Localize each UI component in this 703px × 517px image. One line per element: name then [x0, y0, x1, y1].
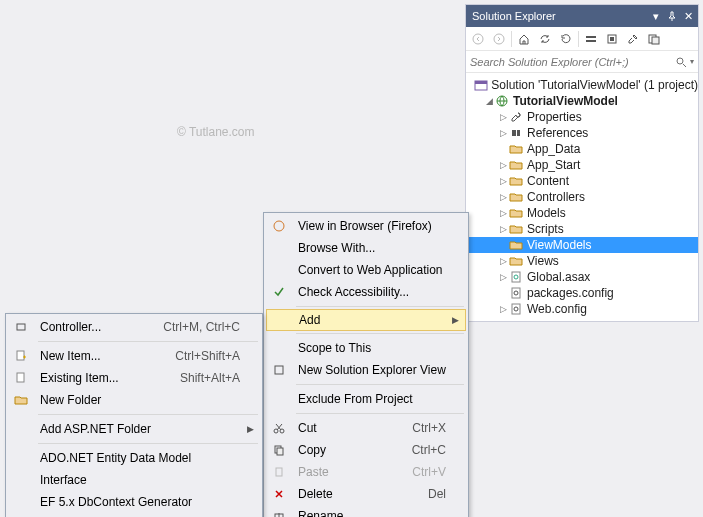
tree-label: ViewModels [527, 237, 591, 253]
folder-icon [508, 254, 524, 268]
menu-rename[interactable]: Rename [266, 505, 466, 517]
tree-item-scripts[interactable]: ▷Scripts [466, 221, 698, 237]
config-icon [508, 302, 524, 316]
menu-separator [296, 384, 464, 385]
search-icon[interactable] [675, 56, 687, 68]
tree-item-packages[interactable]: packages.config [466, 285, 698, 301]
solution-label: Solution 'TutorialViewModel' (1 project) [491, 77, 698, 93]
svg-rect-14 [512, 272, 520, 282]
tree-label: App_Start [527, 157, 580, 173]
watermark-text: © Tutlane.com [177, 125, 255, 139]
menu-add-asp-folder[interactable]: Add ASP.NET Folder▶ [8, 418, 260, 440]
tree-item-properties[interactable]: ▷Properties [466, 109, 698, 125]
svg-rect-25 [277, 448, 283, 455]
submenu-arrow-icon: ▶ [247, 424, 254, 434]
copy-icon [266, 444, 292, 456]
sync-icon[interactable] [535, 29, 555, 49]
menu-existing-item[interactable]: Existing Item...Shift+Alt+A [8, 367, 260, 389]
menu-add[interactable]: Add▶ [266, 309, 466, 331]
tree-label: Scripts [527, 221, 564, 237]
search-box[interactable]: ▾ [466, 51, 698, 73]
menu-convert[interactable]: Convert to Web Application [266, 259, 466, 281]
cut-icon [266, 422, 292, 434]
svg-rect-7 [652, 37, 659, 44]
menu-view-in-browser[interactable]: View in Browser (Firefox) [266, 215, 466, 237]
menu-separator [296, 333, 464, 334]
svg-rect-29 [17, 351, 24, 360]
menu-exclude[interactable]: Exclude From Project [266, 388, 466, 410]
menu-controller[interactable]: Controller...Ctrl+M, Ctrl+C [8, 316, 260, 338]
svg-rect-30 [17, 373, 24, 382]
home-icon[interactable] [514, 29, 534, 49]
project-icon [494, 94, 510, 108]
panel-header: Solution Explorer ▾ ✕ [466, 5, 698, 27]
tree-label: Properties [527, 109, 582, 125]
svg-rect-10 [475, 81, 487, 84]
menu-new-sln-view[interactable]: New Solution Explorer View [266, 359, 466, 381]
tree-label: Views [527, 253, 559, 269]
svg-point-20 [274, 221, 284, 231]
svg-rect-21 [275, 366, 283, 374]
tree-item-models[interactable]: ▷Models [466, 205, 698, 221]
menu-browse-with[interactable]: Browse With... [266, 237, 466, 259]
svg-rect-3 [586, 40, 596, 42]
tree-label: Global.asax [527, 269, 590, 285]
svg-rect-12 [512, 130, 516, 136]
panel-toolbar [466, 27, 698, 51]
tree-label: Web.config [527, 301, 587, 317]
folder-icon [508, 222, 524, 236]
folder-icon [508, 206, 524, 220]
menu-adonet[interactable]: ADO.NET Entity Data Model [8, 447, 260, 469]
preview-icon[interactable] [644, 29, 664, 49]
menu-scope[interactable]: Scope to This [266, 337, 466, 359]
menu-separator [296, 413, 464, 414]
close-icon[interactable]: ✕ [680, 8, 696, 24]
references-icon [508, 126, 524, 140]
svg-rect-16 [512, 288, 520, 298]
menu-separator [296, 306, 464, 307]
dropdown-icon[interactable]: ▾ [648, 8, 664, 24]
menu-check-accessibility[interactable]: Check Accessibility... [266, 281, 466, 303]
project-node[interactable]: ◢TutorialViewModel [466, 93, 698, 109]
panel-title: Solution Explorer [472, 10, 648, 22]
tree-item-global[interactable]: ▷Global.asax [466, 269, 698, 285]
asax-icon [508, 270, 524, 284]
tree-item-references[interactable]: ▷References [466, 125, 698, 141]
back-icon[interactable] [468, 29, 488, 49]
folder-icon [508, 238, 524, 252]
solution-node[interactable]: Solution 'TutorialViewModel' (1 project) [466, 77, 698, 93]
browser-icon [266, 219, 292, 233]
properties-icon[interactable] [623, 29, 643, 49]
search-input[interactable] [470, 56, 675, 68]
refresh-icon[interactable] [556, 29, 576, 49]
tree-item-webconfig[interactable]: ▷Web.config [466, 301, 698, 317]
show-all-icon[interactable] [602, 29, 622, 49]
menu-ef5[interactable]: EF 5.x DbContext Generator [8, 491, 260, 513]
menu-new-item[interactable]: New Item...Ctrl+Shift+A [8, 345, 260, 367]
project-label: TutorialViewModel [513, 93, 618, 109]
svg-rect-26 [276, 468, 282, 476]
collapse-icon[interactable] [581, 29, 601, 49]
tree-item-views[interactable]: ▷Views [466, 253, 698, 269]
folder-icon [508, 142, 524, 156]
folder-icon [508, 158, 524, 172]
svg-rect-13 [517, 130, 520, 136]
svg-rect-5 [610, 37, 614, 41]
tree-item-viewmodels[interactable]: ViewModels [466, 237, 698, 253]
tree-label: App_Data [527, 141, 580, 157]
menu-interface[interactable]: Interface [8, 469, 260, 491]
pin-icon[interactable] [664, 8, 680, 24]
menu-resources[interactable]: Resources File [8, 513, 260, 517]
svg-point-1 [494, 34, 504, 44]
menu-cut[interactable]: CutCtrl+X [266, 417, 466, 439]
tree-item-content[interactable]: ▷Content [466, 173, 698, 189]
forward-icon[interactable] [489, 29, 509, 49]
menu-new-folder[interactable]: New Folder [8, 389, 260, 411]
search-dropdown-icon[interactable]: ▾ [687, 57, 694, 66]
menu-copy[interactable]: CopyCtrl+C [266, 439, 466, 461]
tree-item-appdata[interactable]: App_Data [466, 141, 698, 157]
tree-item-controllers[interactable]: ▷Controllers [466, 189, 698, 205]
new-folder-icon [8, 394, 34, 406]
menu-delete[interactable]: DeleteDel [266, 483, 466, 505]
tree-item-appstart[interactable]: ▷App_Start [466, 157, 698, 173]
